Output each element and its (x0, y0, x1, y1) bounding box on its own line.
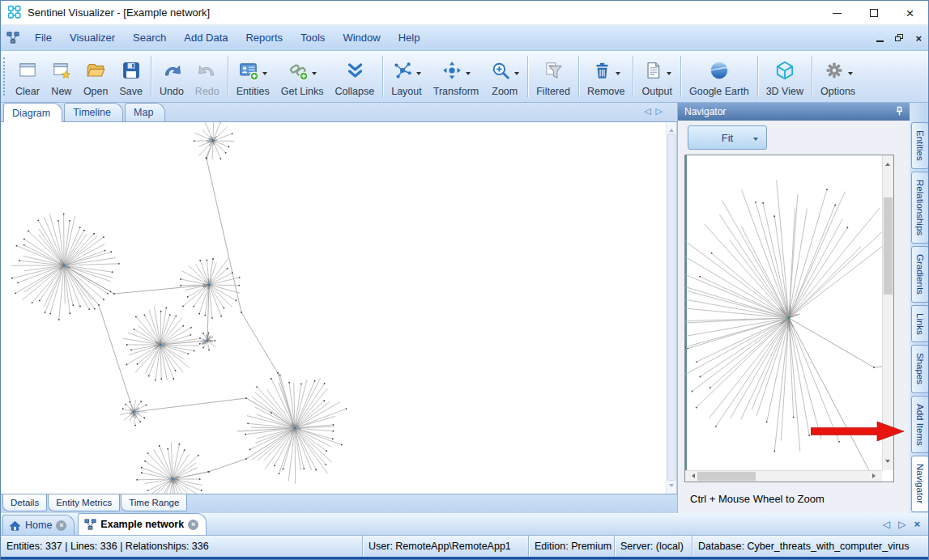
maximize-button[interactable] (855, 1, 892, 25)
view-tab-bar: ◁▷ DiagramTimelineMap (1, 103, 677, 122)
toolbar-grip[interactable] (3, 57, 7, 95)
side-tab-shapes[interactable]: Shapes (911, 345, 929, 392)
toolbar-label: Layout (391, 86, 422, 97)
side-tab-gradients[interactable]: Gradients (911, 246, 929, 303)
output-document-icon (642, 60, 663, 83)
status-section-0: Entities: 337 | Lines: 336 | Relationshi… (1, 536, 363, 557)
minimap-hscroll-thumb[interactable] (697, 472, 756, 481)
collapse-chevrons-icon (344, 60, 365, 83)
doc-tab-scroll-left-icon[interactable]: ◁ (883, 519, 890, 530)
menu-help[interactable]: Help (390, 25, 429, 50)
navigator-header: Navigator (678, 103, 910, 121)
open-folder-icon (85, 60, 106, 83)
new-window-icon (51, 60, 72, 83)
canvas-scrollbar-thumb[interactable] (667, 134, 675, 481)
dropdown-caret-icon (753, 138, 758, 143)
menu-items: FileVisualizerSearchAdd DataReportsTools… (26, 25, 428, 50)
dropdown-caret-icon (416, 72, 421, 78)
window-title: Sentinel Visualizer - [Example network] (28, 6, 210, 19)
minimap-vscroll-thumb[interactable] (884, 197, 893, 295)
toolbar-button-transform[interactable]: Transform (428, 53, 485, 100)
toolbar-button-clear[interactable]: Clear (10, 53, 45, 100)
toolbar-button-layout[interactable]: Layout (386, 53, 428, 100)
toolbar-button-zoom[interactable]: Zoom (484, 53, 525, 100)
toolbar-label: Options (820, 86, 855, 97)
toolbar-button-filtered[interactable]: Filtered (531, 53, 576, 100)
toolbar-button-new[interactable]: New (45, 53, 78, 100)
bottom-tab-time-range[interactable]: Time Range (121, 494, 187, 511)
toolbar-separator (757, 56, 758, 97)
gear-icon (824, 60, 845, 83)
toolbar-label: 3D View (766, 86, 803, 97)
side-tab-relationships[interactable]: Relationships (911, 172, 929, 244)
toolbar-button-options[interactable]: Options (815, 53, 861, 100)
tab-diagram[interactable]: Diagram (3, 103, 62, 122)
close-button[interactable]: × (892, 1, 928, 25)
toolbar-button-collapse[interactable]: Collapse (330, 53, 381, 100)
menu-add-data[interactable]: Add Data (175, 25, 237, 50)
home-icon (9, 520, 21, 532)
scroll-up-icon (669, 126, 674, 132)
menu-reports[interactable]: Reports (237, 25, 292, 50)
side-tab-strip: EntitiesRelationshipsGradientsLinksShape… (910, 103, 929, 513)
toolbar-button-get-links[interactable]: Get Links (275, 53, 330, 100)
mdi-close-button[interactable]: × (915, 33, 922, 44)
mdi-restore-button[interactable] (895, 34, 904, 42)
bottom-tab-details[interactable]: Details (2, 494, 47, 511)
toolbar-button-entities[interactable]: Entities (231, 53, 275, 100)
layout-network-icon (392, 60, 413, 83)
toolbar-label: Transform (433, 86, 479, 97)
navigator-hint: Ctrl + Mouse Wheel to Zoom (690, 493, 825, 505)
menu-visualizer[interactable]: Visualizer (61, 25, 124, 50)
doc-tab-example-network[interactable]: Example network× (78, 513, 207, 535)
toolbar-button-google-earth[interactable]: Google Earth (684, 53, 755, 100)
toolbar-button-output[interactable]: Output (636, 53, 678, 100)
fit-dropdown[interactable]: Fit (688, 125, 767, 150)
status-bar: Entities: 337 | Lines: 336 | Relationshi… (1, 536, 928, 557)
toolbar-button-3d-view[interactable]: 3D View (761, 53, 809, 100)
doc-tab-close-icon[interactable]: × (914, 518, 920, 530)
trash-can-icon (591, 60, 612, 83)
side-tab-add-items[interactable]: Add Items (911, 396, 929, 454)
side-tab-entities[interactable]: Entities (911, 122, 929, 169)
tab-close-icon[interactable]: × (56, 520, 66, 531)
toolbar-button-save[interactable]: Save (113, 53, 148, 100)
app-window: Sentinel Visualizer - [Example network] … (0, 0, 929, 560)
toolbar-separator (633, 56, 633, 97)
toolbar-button-open[interactable]: Open (78, 53, 114, 100)
toolbar-button-redo[interactable]: Redo (190, 53, 225, 100)
document-tab-bar: ◁ ▷ × Home×Example network× (1, 513, 928, 536)
toolbar-button-undo[interactable]: Undo (154, 53, 190, 100)
tab-map[interactable]: Map (125, 103, 165, 121)
bottom-tab-entity-metrics[interactable]: Entity Metrics (48, 494, 120, 511)
menu-tools[interactable]: Tools (292, 25, 334, 50)
menu-search[interactable]: Search (124, 25, 175, 50)
menu-window[interactable]: Window (334, 25, 389, 50)
zoom-magnifier-icon (490, 60, 511, 83)
tab-close-icon[interactable]: × (188, 520, 198, 530)
dropdown-caret-icon (262, 72, 267, 78)
scroll-right-icon (872, 473, 878, 478)
toolbar-label: Undo (160, 86, 184, 97)
doc-tab-scroll-right-icon[interactable]: ▷ (898, 519, 906, 530)
dropdown-caret-icon (514, 72, 519, 78)
minimap-horizontal-scrollbar[interactable] (685, 470, 882, 482)
filter-funnel-icon (543, 60, 564, 83)
doc-tab-home[interactable]: Home× (2, 515, 75, 535)
status-section-3: Server: (local) (615, 536, 692, 557)
side-tab-links[interactable]: Links (911, 305, 929, 343)
menu-file[interactable]: File (26, 25, 61, 50)
tab-scroll-arrows[interactable]: ◁▷ (644, 106, 667, 117)
toolbar-separator (680, 56, 681, 97)
tab-timeline[interactable]: Timeline (64, 103, 123, 121)
minimize-button[interactable] (819, 1, 855, 25)
toolbar-label: Output (641, 86, 672, 97)
toolbar-label: Filtered (536, 86, 570, 97)
pin-icon[interactable] (895, 106, 904, 119)
toolbar-button-remove[interactable]: Remove (582, 53, 631, 100)
canvas-vertical-scrollbar[interactable] (666, 122, 676, 494)
status-section-1: User: RemoteApp\RemoteApp1 (363, 536, 529, 557)
diagram-canvas[interactable] (2, 122, 677, 494)
side-tab-navigator[interactable]: Navigator (911, 456, 929, 511)
mdi-minimize-button[interactable] (876, 40, 884, 42)
